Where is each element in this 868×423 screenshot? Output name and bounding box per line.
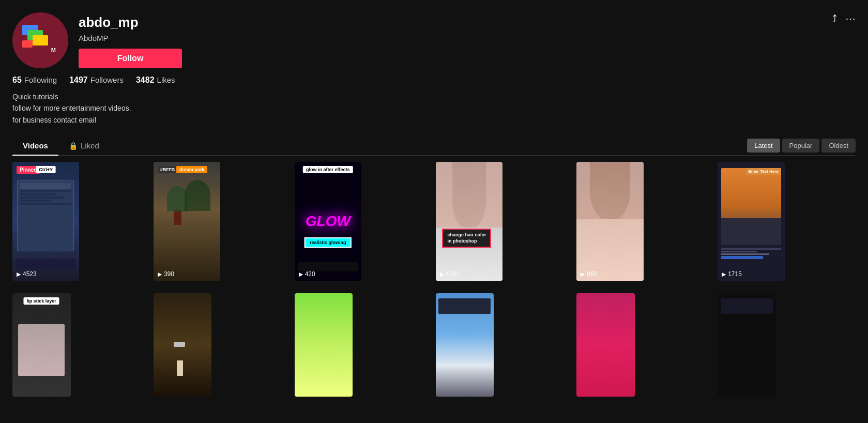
profile-actions: ⤴ ⋯ bbox=[832, 12, 856, 25]
lock-icon: 🔒 bbox=[69, 142, 78, 150]
video-card-5[interactable]: ▶ 960 bbox=[576, 162, 643, 281]
video-card-7[interactable]: lip stick layer bbox=[12, 293, 71, 397]
play-icon-1: ▶ bbox=[17, 271, 21, 278]
video-card-4[interactable]: change hair color in photoshop ▶ 1542 bbox=[436, 162, 502, 281]
follow-button[interactable]: Follow bbox=[79, 49, 182, 68]
share-icon[interactable]: ⤴ bbox=[832, 13, 837, 25]
play-icon-4: ▶ bbox=[440, 271, 444, 278]
sort-latest-button[interactable]: Latest bbox=[747, 139, 780, 153]
bio-line3: for business contact email bbox=[12, 114, 856, 126]
videos-grid-row2: lip stick layer bbox=[0, 287, 868, 403]
profile-info: abdo_mp AbdoMP Follow bbox=[79, 12, 182, 68]
video-card-2[interactable]: #BFFS dream park ▶ 390 bbox=[154, 162, 220, 281]
hair-color-label: change hair color in photoshop bbox=[442, 229, 491, 248]
sort-popular-button[interactable]: Popular bbox=[782, 139, 820, 153]
videos-grid-row1: Pinned Ctrl+Y ▶ 4523 #BFFS dream park ▶ … bbox=[0, 156, 868, 287]
video-card-8[interactable] bbox=[154, 293, 212, 397]
enter-text-label: Enter Text Here bbox=[746, 168, 782, 175]
video-card-11[interactable] bbox=[576, 293, 635, 397]
following-stat[interactable]: 65 Following bbox=[12, 75, 57, 85]
dream-park-badge: dream park bbox=[176, 166, 208, 173]
tabs-section: Videos 🔒 Liked Latest Popular Oldest bbox=[12, 136, 856, 156]
sort-buttons: Latest Popular Oldest bbox=[747, 139, 856, 153]
tab-videos[interactable]: Videos bbox=[12, 136, 58, 155]
bio-line2: follow for more entertainment videos. bbox=[12, 102, 856, 114]
play-icon-2: ▶ bbox=[158, 271, 162, 278]
glow-label: realistic glowing bbox=[304, 237, 352, 248]
followers-stat[interactable]: 1497 Followers bbox=[69, 75, 124, 85]
play-count-2: ▶ 390 bbox=[158, 270, 174, 278]
lip-stick-label: lip stick layer bbox=[24, 297, 59, 305]
followers-count: 1497 bbox=[69, 75, 88, 85]
play-count-1: ▶ 4523 bbox=[17, 270, 37, 278]
play-icon-3: ▶ bbox=[299, 271, 303, 278]
profile-top: M abdo_mp AbdoMP Follow ⤴ ⋯ bbox=[12, 12, 856, 68]
glow-text: GLOW bbox=[306, 213, 351, 230]
sort-oldest-button[interactable]: Oldest bbox=[821, 139, 856, 153]
following-count: 65 bbox=[12, 75, 22, 85]
likes-count: 3482 bbox=[136, 75, 155, 85]
likes-label: Likes bbox=[157, 75, 175, 84]
overlay-text-3: glow in after effects bbox=[303, 166, 353, 173]
video-card-9[interactable] bbox=[295, 293, 353, 397]
video-card-6[interactable]: Enter Text Here ▶ 1715 bbox=[718, 162, 784, 281]
avatar: M bbox=[12, 12, 68, 68]
display-name: AbdoMP bbox=[79, 34, 182, 42]
play-icon-5: ▶ bbox=[581, 271, 585, 278]
video-card-10[interactable] bbox=[436, 293, 494, 397]
followers-label: Followers bbox=[90, 75, 124, 84]
stats-row: 65 Following 1497 Followers 3482 Likes bbox=[12, 75, 856, 85]
video-card-3[interactable]: GLOW realistic glowing glow in after eff… bbox=[295, 162, 361, 281]
video-card-12[interactable] bbox=[718, 293, 776, 397]
play-icon-6: ▶ bbox=[722, 271, 726, 278]
profile-section: M abdo_mp AbdoMP Follow ⤴ ⋯ 65 Following… bbox=[0, 0, 868, 156]
play-count-3: ▶ 420 bbox=[299, 270, 315, 278]
bio-line1: Quick tutorials bbox=[12, 91, 856, 102]
play-count-6: ▶ 1715 bbox=[722, 270, 742, 278]
bffs-badge: #BFFS bbox=[158, 166, 178, 173]
following-label: Following bbox=[24, 75, 57, 84]
likes-stat[interactable]: 3482 Likes bbox=[136, 75, 175, 85]
play-count-4: ▶ 1542 bbox=[440, 270, 460, 278]
username: abdo_mp bbox=[79, 14, 182, 31]
play-count-5: ▶ 960 bbox=[581, 270, 597, 278]
overlay-text-1: Ctrl+Y bbox=[36, 166, 56, 173]
video-card-1[interactable]: Pinned Ctrl+Y ▶ 4523 bbox=[12, 162, 79, 281]
bio: Quick tutorials follow for more entertai… bbox=[12, 91, 856, 126]
more-options-icon[interactable]: ⋯ bbox=[845, 12, 856, 25]
tab-liked[interactable]: 🔒 Liked bbox=[58, 136, 110, 155]
